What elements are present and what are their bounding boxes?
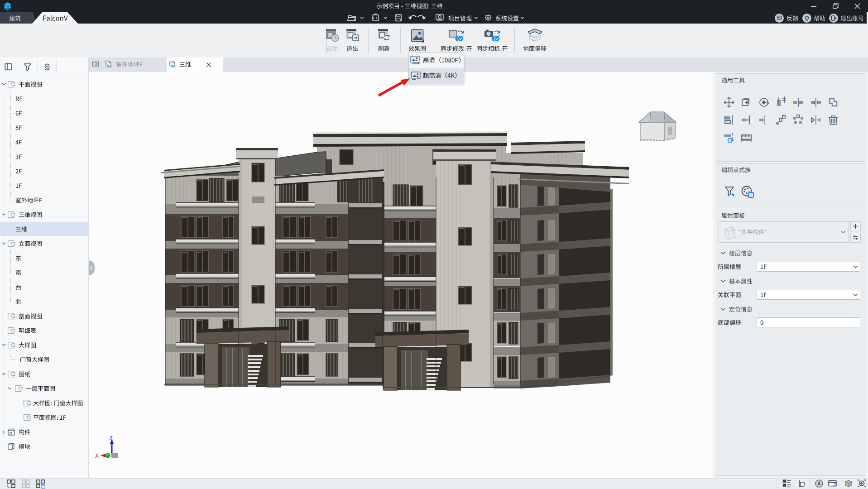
svg-text:1080P: 1080P bbox=[411, 62, 420, 65]
svg-text:X: X bbox=[95, 453, 99, 459]
svg-text:Z: Z bbox=[110, 435, 113, 441]
